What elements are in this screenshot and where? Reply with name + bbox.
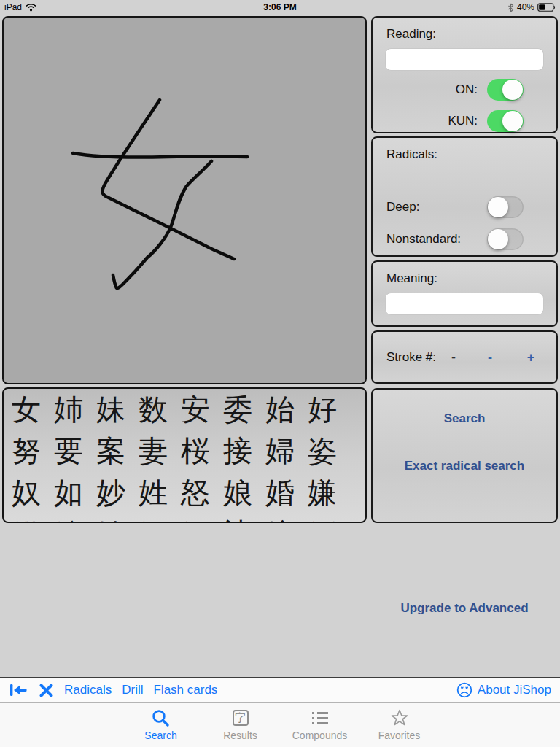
candidate-kanji[interactable]: 妻 bbox=[132, 430, 174, 472]
stroke-decrement-button[interactable]: - bbox=[488, 349, 492, 365]
candidate-kanji[interactable]: 姓 bbox=[132, 472, 174, 514]
tab-label: Search bbox=[144, 729, 176, 741]
status-bar: iPad 3:06 PM 40% bbox=[0, 0, 560, 15]
candidate-kanji[interactable]: 桜 bbox=[174, 430, 217, 472]
candidate-kanji[interactable]: 媛 bbox=[301, 514, 343, 523]
tab-compounds[interactable]: Compounds bbox=[280, 707, 359, 741]
meaning-input[interactable] bbox=[385, 293, 544, 315]
candidate-row: 奴 如 妙 姓 怒 娘 婚 嫌 bbox=[4, 472, 365, 514]
candidate-kanji[interactable]: 安 bbox=[174, 389, 217, 430]
bottom-toolbar: Radicals Drill Flash cards About JiShop bbox=[0, 677, 560, 702]
candidate-kanji[interactable]: 妙 bbox=[90, 472, 132, 514]
list-icon bbox=[312, 707, 328, 729]
candidate-kanji[interactable]: 姻 bbox=[132, 514, 174, 523]
tab-bar: Search 字 Results Compounds bbox=[0, 702, 560, 747]
exact-radical-search-button[interactable]: Exact radical search bbox=[373, 459, 556, 473]
candidate-kanji[interactable]: 妬 bbox=[174, 514, 217, 523]
candidate-kanji[interactable]: 婚 bbox=[259, 472, 301, 514]
deep-label: Deep: bbox=[386, 200, 487, 214]
candidate-kanji[interactable]: 妹 bbox=[90, 389, 132, 430]
candidate-kanji[interactable]: 嬉 bbox=[90, 514, 132, 523]
candidate-kanji[interactable]: 女 bbox=[5, 389, 47, 430]
star-icon bbox=[390, 707, 409, 729]
on-toggle[interactable] bbox=[487, 79, 524, 101]
search-panel: Search Exact radical search bbox=[371, 388, 558, 523]
kun-label: KUN: bbox=[448, 114, 478, 128]
candidate-kanji[interactable]: 数 bbox=[132, 389, 174, 430]
candidate-kanji[interactable]: 婆 bbox=[217, 514, 259, 523]
drill-link[interactable]: Drill bbox=[122, 683, 143, 697]
candidate-kanji[interactable]: 婦 bbox=[259, 430, 301, 472]
search-button[interactable]: Search bbox=[373, 411, 556, 426]
sad-face-icon[interactable] bbox=[456, 682, 472, 698]
meaning-title: Meaning: bbox=[386, 271, 556, 286]
candidate-kanji[interactable]: 怒 bbox=[174, 472, 217, 514]
radicals-link[interactable]: Radicals bbox=[64, 683, 112, 697]
tab-label: Results bbox=[223, 729, 257, 741]
candidate-kanji[interactable]: 接 bbox=[217, 430, 259, 472]
reading-input[interactable] bbox=[385, 48, 544, 71]
reading-title: Reading: bbox=[386, 27, 556, 42]
meaning-panel: Meaning: bbox=[371, 260, 558, 327]
candidate-kanji[interactable]: 奴 bbox=[5, 472, 47, 514]
tab-results[interactable]: 字 Results bbox=[201, 707, 280, 741]
candidate-kanji[interactable]: 要 bbox=[47, 430, 90, 472]
on-label: ON: bbox=[456, 82, 478, 97]
candidate-kanji[interactable]: 姿 bbox=[301, 430, 343, 472]
radicals-title: Radicals: bbox=[386, 147, 556, 162]
candidate-kanji[interactable]: 如 bbox=[47, 472, 90, 514]
toggle-knob bbox=[488, 197, 508, 217]
search-icon bbox=[151, 707, 171, 729]
tab-favorites[interactable]: Favorites bbox=[359, 707, 439, 741]
candidate-kanji[interactable]: 娘 bbox=[217, 472, 259, 514]
candidate-kanji[interactable]: 媒 bbox=[5, 514, 47, 523]
about-jishop-link[interactable]: About JiShop bbox=[478, 683, 551, 697]
candidate-row-partial: 媒 嫁 嬉 姻 妬 婆 嫡 媛 bbox=[4, 514, 365, 523]
toggle-knob bbox=[502, 80, 523, 100]
flash-cards-link[interactable]: Flash cards bbox=[153, 683, 217, 697]
kun-toggle[interactable] bbox=[487, 110, 524, 132]
toggle-knob bbox=[488, 229, 508, 249]
stroke-count-label: Stroke #: bbox=[386, 350, 436, 365]
candidate-kanji[interactable]: 委 bbox=[217, 389, 259, 430]
handwriting-canvas[interactable] bbox=[2, 16, 367, 384]
upgrade-to-advanced-button[interactable]: Upgrade to Advanced bbox=[371, 601, 558, 616]
tab-label: Favorites bbox=[378, 729, 421, 741]
reading-panel: Reading: ON: KUN: bbox=[371, 16, 558, 133]
toggle-knob bbox=[502, 111, 523, 131]
candidate-kanji[interactable]: 嫌 bbox=[301, 472, 343, 514]
tab-label: Compounds bbox=[292, 729, 348, 741]
candidate-kanji-grid[interactable]: 女 姉 妹 数 安 委 始 好 努 要 案 妻 桜 接 婦 姿 奴 如 妙 姓 … bbox=[2, 387, 367, 523]
handwriting-ink bbox=[4, 18, 365, 383]
candidate-kanji[interactable]: 好 bbox=[301, 389, 343, 430]
candidate-kanji[interactable]: 案 bbox=[90, 430, 132, 472]
deep-toggle[interactable] bbox=[487, 196, 524, 218]
stroke-count-value: - bbox=[451, 349, 456, 365]
candidate-row: 努 要 案 妻 桜 接 婦 姿 bbox=[4, 430, 365, 472]
candidate-kanji[interactable]: 姉 bbox=[47, 389, 90, 430]
candidate-kanji[interactable]: 嫡 bbox=[259, 514, 301, 523]
tab-search[interactable]: Search bbox=[121, 707, 201, 741]
candidate-kanji[interactable]: 努 bbox=[5, 430, 47, 472]
stroke-count-panel: Stroke #: - - + bbox=[371, 330, 558, 384]
radicals-panel: Radicals: Deep: Nonstandard: bbox=[371, 136, 558, 257]
candidate-kanji[interactable]: 始 bbox=[259, 389, 301, 430]
clear-canvas-icon[interactable] bbox=[39, 683, 54, 698]
candidate-row: 女 姉 妹 数 安 委 始 好 bbox=[4, 389, 365, 430]
kanji-character-icon: 字 bbox=[233, 707, 249, 729]
candidate-kanji[interactable]: 嫁 bbox=[47, 514, 90, 523]
stroke-increment-button[interactable]: + bbox=[527, 349, 535, 365]
nonstandard-label: Nonstandard: bbox=[386, 232, 487, 247]
nonstandard-toggle[interactable] bbox=[487, 228, 524, 250]
clock: 3:06 PM bbox=[0, 2, 560, 12]
ink-stroke bbox=[73, 153, 247, 158]
undo-stroke-icon[interactable] bbox=[9, 682, 28, 698]
